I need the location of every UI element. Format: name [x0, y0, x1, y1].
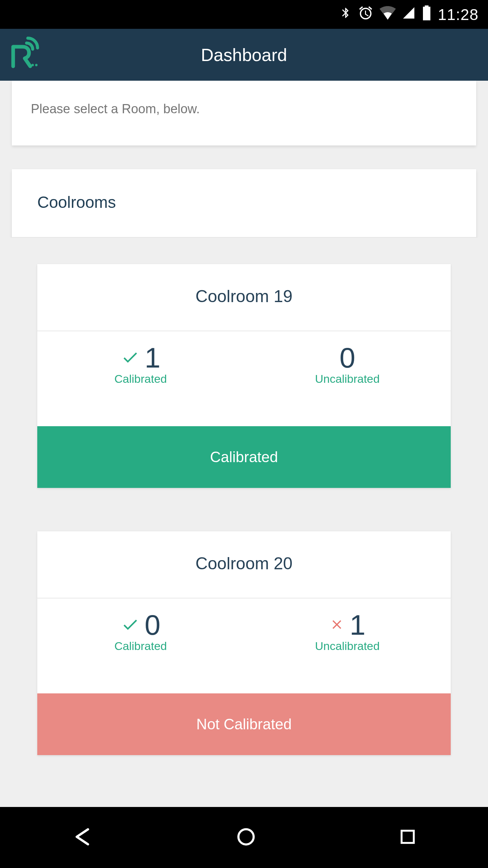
stats-row: 0 Calibrated 1 Uncalibrated — [37, 598, 451, 693]
room-card[interactable]: Coolroom 19 1 Calibrated 0 Uncalibrated … — [37, 264, 451, 488]
room-name: Coolroom 20 — [37, 554, 451, 573]
check-icon — [121, 348, 139, 368]
bluetooth-icon — [340, 5, 352, 24]
alarm-icon — [358, 5, 373, 24]
status-bar: 11:28 — [0, 0, 488, 29]
page-title: Dashboard — [201, 45, 287, 65]
instruction-text: Please select a Room, below. — [31, 102, 457, 116]
room-name: Coolroom 19 — [37, 287, 451, 306]
wifi-icon — [380, 6, 396, 23]
calibrated-stat: 0 Calibrated — [37, 609, 244, 653]
recent-apps-button[interactable] — [399, 828, 417, 847]
home-button[interactable] — [236, 827, 256, 848]
svg-point-2 — [239, 829, 254, 845]
battery-icon — [422, 5, 432, 24]
content-area: Please select a Room, below. Coolrooms C… — [0, 81, 488, 807]
calibrated-count: 1 — [145, 341, 161, 374]
uncalibrated-count: 1 — [350, 609, 366, 642]
uncalibrated-stat: 1 Uncalibrated — [244, 609, 451, 653]
section-title: Coolrooms — [37, 193, 451, 212]
room-header: Coolroom 20 — [37, 531, 451, 598]
calibrated-count: 0 — [145, 609, 161, 642]
room-card[interactable]: Coolroom 20 0 Calibrated 1 Uncalibrated … — [37, 531, 451, 755]
room-list: Coolroom 19 1 Calibrated 0 Uncalibrated … — [0, 238, 488, 755]
calibrated-label: Calibrated — [115, 639, 167, 653]
status-badge: Calibrated — [37, 426, 451, 488]
uncalibrated-stat: 0 Uncalibrated — [244, 341, 451, 386]
cross-icon — [329, 617, 344, 633]
status-badge: Not Calibrated — [37, 693, 451, 755]
svg-rect-3 — [402, 831, 414, 843]
uncalibrated-count: 0 — [340, 341, 355, 374]
cellular-icon — [402, 6, 415, 23]
calibrated-label: Calibrated — [115, 372, 167, 386]
section-header: Coolrooms — [12, 169, 476, 238]
check-icon — [121, 615, 139, 635]
back-button[interactable] — [71, 826, 94, 849]
uncalibrated-label: Uncalibrated — [315, 639, 380, 653]
app-logo-icon — [9, 36, 40, 70]
uncalibrated-label: Uncalibrated — [315, 372, 380, 386]
svg-point-1 — [35, 64, 38, 66]
status-time: 11:28 — [438, 5, 479, 24]
calibrated-stat: 1 Calibrated — [37, 341, 244, 386]
instruction-card: Please select a Room, below. — [12, 81, 476, 145]
section-card: Coolrooms — [12, 169, 476, 238]
app-bar: Dashboard — [0, 29, 488, 81]
stats-row: 1 Calibrated 0 Uncalibrated — [37, 331, 451, 426]
svg-point-0 — [32, 64, 34, 66]
navigation-bar — [0, 807, 488, 868]
room-header: Coolroom 19 — [37, 264, 451, 331]
